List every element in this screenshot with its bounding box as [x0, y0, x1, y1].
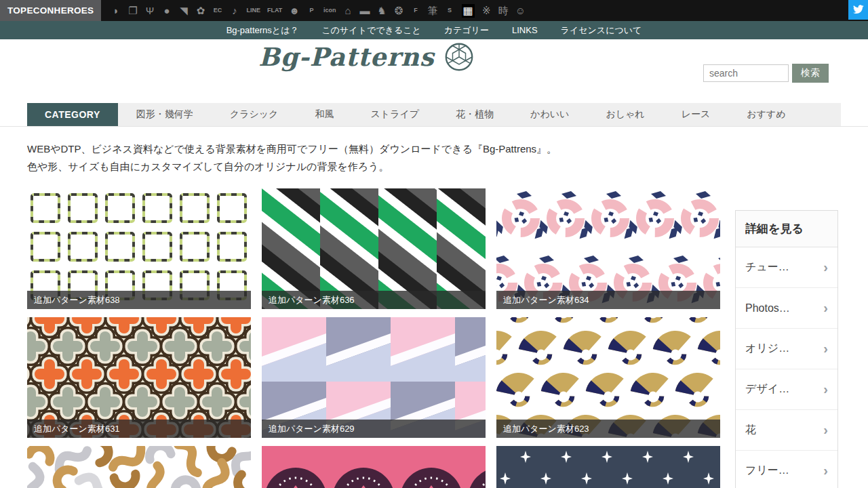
- hippo-icon[interactable]: ◗: [111, 5, 121, 16]
- flower-icon[interactable]: ✿: [195, 5, 205, 16]
- search-button[interactable]: 検索: [792, 64, 829, 83]
- p-badge-icon[interactable]: P: [307, 7, 317, 14]
- icon-text-icon[interactable]: icon: [323, 7, 336, 14]
- pattern-tile-paisley[interactable]: [262, 446, 486, 488]
- building-icon[interactable]: ⌂: [343, 5, 353, 16]
- detail-sidebar: 詳細を見る チュー… › Photos… › オリジ… › デザイ… › 花 ›…: [735, 210, 838, 488]
- twitter-bird-icon: [852, 5, 864, 15]
- pattern-tile-sparkles[interactable]: [496, 446, 720, 488]
- nav-license[interactable]: ライセンスについて: [561, 24, 642, 37]
- sidebar-item-tutorial[interactable]: チュー… ›: [736, 247, 837, 288]
- send-arrow-icon[interactable]: ◥: [178, 5, 189, 16]
- time-kanji-icon[interactable]: 時: [498, 5, 509, 16]
- speech-bubble-icon[interactable]: ●: [161, 5, 172, 16]
- tab-oshare[interactable]: おしゃれ: [587, 103, 663, 126]
- service-icon-row: ◗ ❐ Ψ ● ◥ ✿ EC ♪ LINE FLAT ☻ P icon ⌂ ▬ …: [111, 4, 526, 18]
- sidebar-header: 詳細を見る: [736, 211, 837, 247]
- topeconheroes-logo[interactable]: TOPECONHEROES: [0, 0, 101, 21]
- face-icon[interactable]: ☺: [515, 5, 526, 16]
- burst-icon[interactable]: ※: [481, 5, 492, 16]
- chevron-right-icon: ›: [823, 422, 828, 438]
- nav-links[interactable]: LINKS: [512, 25, 538, 35]
- sidebar-item-label: フリー…: [745, 464, 789, 478]
- tab-recommended[interactable]: おすすめ: [728, 103, 804, 126]
- twitter-button[interactable]: [848, 0, 868, 20]
- tab-kawaii[interactable]: かわいい: [512, 103, 587, 126]
- sidebar-item-label: 花: [745, 423, 756, 437]
- tab-geometry[interactable]: 図形・幾何学: [118, 103, 212, 126]
- tab-stripe[interactable]: ストライプ: [352, 103, 437, 126]
- person-icon[interactable]: Ψ: [144, 5, 155, 16]
- pattern-tile-631[interactable]: 追加パターン素材631: [27, 317, 251, 438]
- pattern-tile-636[interactable]: 追加パターン素材636: [262, 188, 486, 309]
- intro-text: WEBやDTP、ビジネス資料などで使える背景素材を商用可でフリー（無料）ダウンロ…: [27, 140, 557, 176]
- line-icon[interactable]: LINE: [246, 7, 260, 14]
- nav-what-you-can-do[interactable]: このサイトでできること: [321, 24, 420, 37]
- nav-category[interactable]: カテゴリー: [444, 24, 489, 37]
- chevron-right-icon: ›: [823, 341, 828, 357]
- pattern-tile-634[interactable]: 追加パターン素材634: [496, 188, 720, 309]
- main-nav: Bg-patternsとは？ このサイトでできること カテゴリー LINKS ラ…: [0, 21, 868, 39]
- category-bar: CATEGORY 図形・幾何学 クラシック 和風 ストライプ 花・植物 かわいい…: [27, 103, 841, 126]
- intro-line-1: WEBやDTP、ビジネス資料などで使える背景素材を商用可でフリー（無料）ダウンロ…: [27, 140, 557, 158]
- tile-caption: 追加パターン素材636: [262, 291, 486, 309]
- tab-classic[interactable]: クラシック: [212, 103, 297, 126]
- music-note-icon[interactable]: ♪: [229, 5, 239, 16]
- tile-caption: 追加パターン素材634: [496, 291, 720, 309]
- tab-japanese[interactable]: 和風: [296, 103, 352, 126]
- chevron-right-icon: ›: [823, 260, 828, 275]
- sidebar-item-label: デザイ…: [745, 382, 789, 396]
- divider: [0, 126, 868, 127]
- banner-icon[interactable]: ▬: [360, 5, 370, 16]
- sidebar-item-original[interactable]: オリジ… ›: [736, 329, 837, 369]
- flat-icon[interactable]: FLAT: [267, 7, 282, 14]
- category-label[interactable]: CATEGORY: [27, 103, 118, 126]
- pattern-tile-623[interactable]: 追加パターン素材623: [496, 317, 720, 438]
- logo-text: Bg-Patterns: [258, 42, 434, 72]
- tab-lace[interactable]: レース: [663, 103, 729, 126]
- pattern-tile-squiggles[interactable]: [27, 446, 251, 488]
- sidebar-item-flower[interactable]: 花 ›: [736, 410, 837, 451]
- pattern-tile-638[interactable]: 追加パターン素材638: [27, 188, 251, 309]
- search-box: 検索: [703, 64, 829, 83]
- nav-about[interactable]: Bg-patternsとは？: [226, 24, 299, 37]
- bird-icon[interactable]: ♞: [377, 5, 387, 16]
- lace-circle-icon[interactable]: ❂: [394, 5, 404, 16]
- top-service-bar: TOPECONHEROES ◗ ❐ Ψ ● ◥ ✿ EC ♪ LINE FLAT…: [0, 0, 868, 21]
- chevron-right-icon: ›: [823, 300, 828, 316]
- sidebar-item-design[interactable]: デザイ… ›: [736, 369, 837, 410]
- chevron-right-icon: ›: [823, 382, 828, 397]
- brush-kanji-icon[interactable]: 筆: [428, 5, 438, 16]
- logo-mark-icon: [444, 42, 474, 72]
- tile-caption: 追加パターン素材629: [262, 420, 486, 438]
- sidebar-item-label: オリジ…: [745, 342, 789, 356]
- chevron-right-icon: ›: [823, 463, 828, 479]
- sidebar-item-photoshop[interactable]: Photos… ›: [736, 288, 837, 329]
- pattern-grid-icon[interactable]: ▦: [462, 4, 475, 18]
- tile-caption: 追加パターン素材631: [27, 420, 251, 438]
- f-icon[interactable]: F: [411, 7, 421, 14]
- sidebar-item-free[interactable]: フリー… ›: [736, 451, 837, 488]
- tile-caption: 追加パターン素材638: [27, 291, 251, 309]
- s-icon[interactable]: S: [445, 7, 455, 14]
- pattern-tile-629[interactable]: 追加パターン素材629: [262, 317, 486, 438]
- intro-line-2: 色や形、サイズも自由にカスタマイズして自分のオリジナルの背景を作ろう。: [27, 158, 557, 176]
- tile-caption: 追加パターン素材623: [496, 420, 720, 438]
- site-logo[interactable]: Bg-Patterns: [0, 42, 732, 72]
- smiley-icon[interactable]: ☻: [289, 5, 300, 16]
- tab-flower[interactable]: 花・植物: [437, 103, 512, 126]
- sidebar-item-label: Photos…: [745, 302, 790, 314]
- copy-icon[interactable]: ❐: [127, 5, 138, 16]
- page: TOPECONHEROES ◗ ❐ Ψ ● ◥ ✿ EC ♪ LINE FLAT…: [0, 0, 868, 488]
- ec-icon[interactable]: EC: [212, 7, 222, 14]
- sidebar-item-label: チュー…: [745, 260, 789, 274]
- search-input[interactable]: [703, 64, 789, 82]
